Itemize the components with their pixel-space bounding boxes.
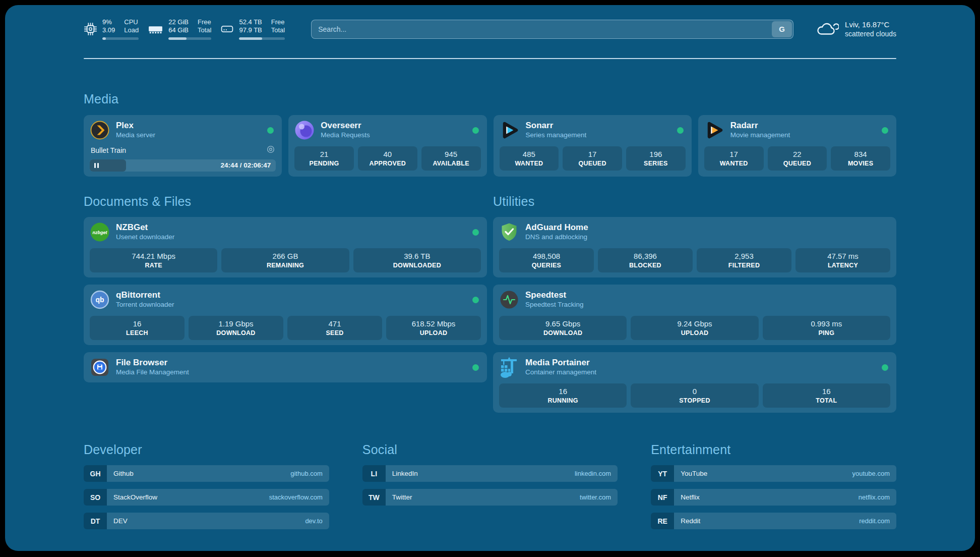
stat-tile: 485 WANTED [500, 146, 559, 171]
disk-label-2: Total [271, 26, 285, 34]
section-title-developer: Developer [84, 442, 329, 457]
app-card-overseerr[interactable]: Overseerr Media Requests 21 PENDING 40 A… [288, 115, 486, 177]
bookmark-url: linkedin.com [575, 470, 611, 477]
stat-value: 47.57 ms [797, 252, 889, 261]
status-dot [677, 127, 684, 134]
app-card-sonarr[interactable]: Sonarr Series management 485 WANTED 17 Q… [494, 115, 692, 177]
bookmark-link[interactable]: NF Netflix netflix.com [651, 489, 896, 506]
app-title: Overseerr [321, 121, 466, 130]
section-entertainment: Entertainment YT YouTube youtube.com NF … [651, 442, 896, 529]
app-card-portainer[interactable]: Media Portainer Container management 16 … [493, 352, 896, 413]
stat-label: UPLOAD [387, 329, 480, 337]
app-title: Radarr [730, 121, 876, 130]
stat-value: 834 [832, 150, 889, 159]
bookmark-url: twitter.com [580, 493, 611, 501]
app-subtitle: Movie management [730, 130, 876, 140]
app-card-speedtest[interactable]: Speedtest Speedtest Tracking 9.65 Gbps D… [493, 285, 896, 345]
bookmark-link[interactable]: DT DEV dev.to [84, 513, 329, 529]
stat-tile: 266 GB REMAINING [221, 248, 349, 272]
stat-value: 744.21 Mbps [91, 252, 216, 261]
cloud-icon [816, 19, 839, 39]
bookmark-link[interactable]: GH Github github.com [84, 465, 329, 482]
stat-label: DOWNLOAD [190, 329, 282, 337]
stat-label: RATE [91, 261, 216, 269]
stat-label: RUNNING [500, 397, 626, 405]
bookmark-abbr: DT [84, 513, 107, 529]
stat-tile: 0.993 ms PING [763, 316, 890, 340]
bookmark-link[interactable]: LI LinkedIn linkedin.com [362, 465, 618, 482]
stat-tile: 471 SEED [287, 316, 382, 340]
top-bar: 9%3.09 CPULoad 22 GiB64 GiB FreeTotal [84, 5, 896, 40]
stat-value: 9.24 Gbps [632, 319, 757, 328]
ram-progress-track [168, 37, 211, 40]
bookmark-url: netflix.com [859, 493, 890, 501]
stat-value: 485 [501, 150, 558, 159]
app-card-adguard[interactable]: AdGuard Home DNS and adblocking 498,508 … [493, 217, 896, 277]
memory-stat: 22 GiB64 GiB FreeTotal [148, 18, 211, 40]
stat-label: APPROVED [359, 159, 416, 168]
session-icon[interactable] [267, 145, 275, 155]
section-title-utilities: Utilities [493, 194, 896, 209]
stat-tile: 22 QUEUED [768, 146, 827, 171]
app-subtitle: DNS and adblocking [525, 232, 890, 242]
section-developer: Developer GH Github github.com SO StackO… [84, 442, 329, 529]
cpu-label-2: Load [124, 26, 139, 34]
now-playing-title: Bullet Train [91, 146, 126, 154]
bookmark-name: Netflix [681, 493, 700, 501]
bookmark-link[interactable]: RE Reddit reddit.com [651, 513, 896, 529]
cpu-load-value: 3.09 [102, 26, 115, 34]
stat-value: 945 [422, 150, 480, 159]
stat-label: UPLOAD [632, 329, 757, 337]
bookmark-name: StackOverflow [113, 493, 157, 501]
status-dot [267, 127, 274, 134]
app-title: AdGuard Home [525, 222, 890, 232]
stat-value: 471 [288, 319, 381, 328]
plex-icon [90, 120, 110, 140]
app-card-nzbget[interactable]: nzbget NZBGet Usenet downloader 744.21 M… [84, 217, 487, 277]
stat-tile: 2,953 FILTERED [697, 248, 791, 272]
bookmark-link[interactable]: TW Twitter twitter.com [362, 489, 618, 506]
stat-label: AVAILABLE [422, 159, 480, 168]
status-dot [472, 229, 479, 236]
stat-tile: 21 PENDING [294, 146, 354, 171]
playback-progress[interactable]: 24:44 / 02:06:47 [90, 159, 276, 172]
stat-label: BLOCKED [599, 261, 692, 269]
disk-free: 52.4 TB [239, 18, 262, 26]
bookmark-name: Twitter [392, 493, 412, 501]
search-engine-button[interactable]: G [772, 21, 792, 37]
pause-icon[interactable] [94, 163, 99, 168]
app-card-radarr[interactable]: Radarr Movie management 17 WANTED 22 QUE… [698, 115, 896, 177]
app-subtitle: Media Requests [321, 130, 466, 140]
disk-icon [220, 22, 234, 36]
bookmark-name: LinkedIn [392, 470, 418, 477]
app-card-filebrowser[interactable]: File Browser Media File Management [84, 352, 487, 382]
disk-progress-fill [239, 37, 262, 40]
cpu-label-1: CPU [124, 18, 139, 26]
stat-value: 21 [295, 150, 353, 159]
stat-tile: 9.65 Gbps DOWNLOAD [499, 316, 627, 340]
stat-value: 17 [705, 150, 763, 159]
bookmark-link[interactable]: SO StackOverflow stackoverflow.com [84, 489, 329, 506]
search-input[interactable] [312, 25, 793, 33]
bookmark-bar: StackOverflow stackoverflow.com [107, 489, 329, 506]
stat-label: FILTERED [698, 261, 790, 269]
section-utilities: Utilities AdGuard H [493, 194, 896, 413]
app-card-plex[interactable]: Plex Media server Bullet Train [84, 115, 282, 177]
stat-label: DOWNLOADED [354, 261, 480, 269]
bookmark-url: youtube.com [852, 470, 890, 477]
cpu-icon [84, 22, 97, 36]
app-card-qbittorrent[interactable]: qb qBittorrent Torrent downloader 16 LEE… [84, 285, 487, 345]
radarr-icon [704, 120, 724, 140]
stat-value: 39.6 TB [354, 252, 480, 261]
section-title-media: Media [84, 91, 896, 106]
stat-tile: 498,508 QUERIES [499, 248, 594, 272]
bookmark-link[interactable]: YT YouTube youtube.com [651, 465, 896, 482]
app-subtitle: Usenet downloader [116, 232, 466, 242]
speedtest-icon [499, 290, 519, 310]
stat-label: TOTAL [764, 397, 889, 405]
bookmark-bar: LinkedIn linkedin.com [386, 465, 618, 482]
weather-location-temp: Lviv, 16.87°C [845, 20, 896, 29]
weather-widget[interactable]: Lviv, 16.87°C scattered clouds [816, 19, 896, 39]
app-title: Plex [116, 121, 261, 130]
stat-label: SEED [288, 329, 381, 337]
